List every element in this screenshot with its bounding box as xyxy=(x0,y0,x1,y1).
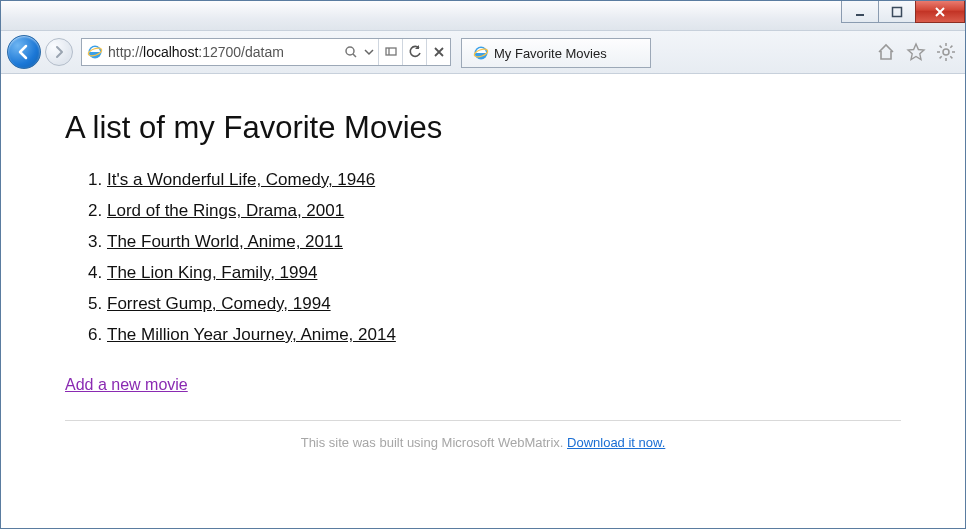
back-button[interactable] xyxy=(7,35,41,69)
list-item: It's a Wonderful Life, Comedy, 1946 xyxy=(107,170,901,190)
ie-icon xyxy=(86,43,104,61)
url-text: http://localhost:12700/datam xyxy=(108,44,342,60)
svg-rect-6 xyxy=(386,48,396,55)
svg-point-10 xyxy=(943,49,949,55)
movie-link[interactable]: Forrest Gump, Comedy, 1994 xyxy=(107,294,331,313)
divider xyxy=(65,420,901,421)
forward-button[interactable] xyxy=(45,38,73,66)
svg-line-15 xyxy=(940,46,942,48)
svg-line-5 xyxy=(353,54,356,57)
minimize-button[interactable] xyxy=(841,1,879,23)
page-content: A list of my Favorite Movies It's a Wond… xyxy=(1,74,965,528)
compat-icon[interactable] xyxy=(378,39,402,65)
page-title: A list of my Favorite Movies xyxy=(65,110,901,146)
stop-icon[interactable] xyxy=(426,39,450,65)
tab-title: My Favorite Movies xyxy=(494,46,607,61)
movie-list: It's a Wonderful Life, Comedy, 1946Lord … xyxy=(107,170,901,345)
svg-line-18 xyxy=(950,46,952,48)
svg-rect-1 xyxy=(893,7,902,16)
movie-link[interactable]: It's a Wonderful Life, Comedy, 1946 xyxy=(107,170,375,189)
svg-line-16 xyxy=(950,56,952,58)
window-titlebar xyxy=(1,1,965,31)
dropdown-icon[interactable] xyxy=(360,39,378,65)
download-link[interactable]: Download it now. xyxy=(567,435,665,450)
svg-point-4 xyxy=(346,47,354,55)
list-item: The Million Year Journey, Anime, 2014 xyxy=(107,325,901,345)
search-icon[interactable] xyxy=(342,39,360,65)
tools-icon[interactable] xyxy=(933,39,959,65)
favorites-icon[interactable] xyxy=(903,39,929,65)
browser-tab[interactable]: My Favorite Movies xyxy=(461,38,651,68)
list-item: The Fourth World, Anime, 2011 xyxy=(107,232,901,252)
footer-text: This site was built using Microsoft WebM… xyxy=(65,435,901,450)
svg-line-17 xyxy=(940,56,942,58)
list-item: Forrest Gump, Comedy, 1994 xyxy=(107,294,901,314)
maximize-button[interactable] xyxy=(878,1,916,23)
refresh-icon[interactable] xyxy=(402,39,426,65)
home-icon[interactable] xyxy=(873,39,899,65)
close-button[interactable] xyxy=(915,1,965,23)
movie-link[interactable]: The Million Year Journey, Anime, 2014 xyxy=(107,325,396,344)
movie-link[interactable]: Lord of the Rings, Drama, 2001 xyxy=(107,201,344,220)
movie-link[interactable]: The Lion King, Family, 1994 xyxy=(107,263,317,282)
movie-link[interactable]: The Fourth World, Anime, 2011 xyxy=(107,232,343,251)
address-bar[interactable]: http://localhost:12700/datam xyxy=(81,38,451,66)
browser-toolbar: http://localhost:12700/datam My Favorite… xyxy=(1,31,965,74)
list-item: The Lion King, Family, 1994 xyxy=(107,263,901,283)
add-movie-link[interactable]: Add a new movie xyxy=(65,376,188,394)
list-item: Lord of the Rings, Drama, 2001 xyxy=(107,201,901,221)
ie-icon xyxy=(472,44,490,62)
